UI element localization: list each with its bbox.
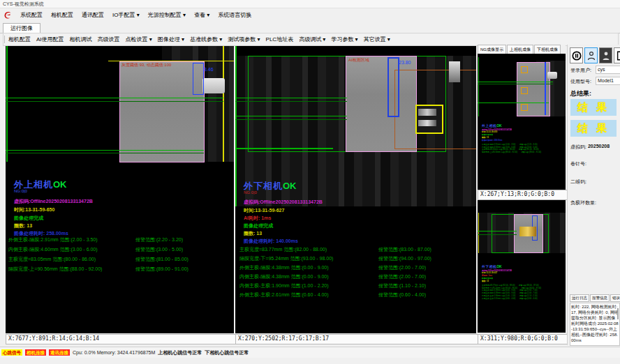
switch-user-button[interactable] bbox=[599, 47, 612, 63]
left-camera-name: 外上相机 bbox=[14, 179, 53, 190]
model-value[interactable]: Model1 bbox=[596, 77, 620, 85]
tab-row: 运行图像 bbox=[0, 22, 620, 33]
middle-camera-view[interactable]: AI检测区域 23.80 外下相机OK NG:0|0 虚拟码:Offline20… bbox=[235, 46, 476, 333]
log-tab-run[interactable]: 运行日志 bbox=[570, 294, 589, 302]
upper-camera-heartbeat-text: 上相机心跳信号正常 bbox=[158, 349, 202, 356]
middle-measure-row: 外侧主极-隔膜:4.38mm 范围:(0.00 - 9.00) bbox=[239, 264, 329, 271]
middle-green-hline-2 bbox=[235, 101, 347, 102]
menu-camera-config[interactable]: 相机配置 bbox=[47, 10, 77, 20]
left-alarm-row: 报警范围:(89.00 - 91.00) bbox=[135, 266, 189, 273]
middle-measure-value: 23.80 bbox=[399, 60, 411, 65]
menu-io-config[interactable]: IO手配置 ▾ bbox=[109, 10, 143, 20]
mini-tab-ng-display[interactable]: NG成像显示 bbox=[478, 45, 506, 54]
middle-green-vline bbox=[235, 46, 237, 206]
tool-advanced-settings[interactable]: 高级设置 bbox=[95, 35, 123, 44]
comm-link-badge: 通讯连接 bbox=[49, 349, 70, 356]
tool-learning-params[interactable]: 学习参数 ▾ bbox=[328, 35, 360, 44]
login-user-button[interactable] bbox=[584, 47, 598, 63]
log-tab-alarm[interactable]: 报警信息 bbox=[590, 294, 610, 302]
tool-camera-debug[interactable]: 相机调试 bbox=[67, 35, 95, 44]
tool-other-settings[interactable]: 其它设置 ▾ bbox=[361, 35, 393, 44]
result-box-lower: 结 果 bbox=[570, 120, 617, 137]
mini-upper-pixel-statusbar: X:267;Y:13;R:0;G:0;B:0 bbox=[478, 190, 568, 200]
mini1-green-hline-1 bbox=[478, 82, 553, 82]
middle-reflection-spot bbox=[449, 61, 460, 82]
mini1-orange-box-1 bbox=[521, 66, 528, 73]
mini-tab-upper-camera[interactable]: 上相机成像 bbox=[507, 45, 533, 54]
mini2-weld-highlight bbox=[519, 227, 536, 236]
middle-measure-row: 主极宽度=83.77mm 范围:(82.00 - 88.00) bbox=[239, 246, 327, 253]
tool-spot-check[interactable]: 点检设置 ▾ bbox=[123, 35, 155, 44]
tool-image-process[interactable]: 图像处理 ▾ bbox=[155, 35, 187, 44]
middle-alarm-row: 报警范围:(1.10 - 2.10) bbox=[378, 282, 426, 289]
tab-run-image[interactable]: 运行图像 bbox=[3, 23, 40, 33]
menu-light-config[interactable]: 光源控制配置 ▾ bbox=[145, 10, 189, 20]
tool-baseline-params[interactable]: 基准线参数 ▾ bbox=[187, 35, 225, 44]
mini-lower-pixel-statusbar: X:311;Y:980;R:0;G:0;B:0 bbox=[478, 334, 568, 344]
middle-measure-row: 内侧主极-隔膜:4.38mm 范围:(0.00 - 9.00) bbox=[239, 273, 329, 280]
left-measure-row: 隔膜宽度-上=90.56mm 范围:(88.00 - 92.00) bbox=[8, 266, 102, 273]
menu-comm-config[interactable]: 通讯配置 bbox=[78, 10, 108, 20]
tool-advanced-debug[interactable]: 高级调试 ▾ bbox=[296, 35, 328, 44]
mini1-ok-status: OK bbox=[496, 123, 501, 128]
app-logo-icon bbox=[3, 10, 13, 20]
middle-barcode-text: 虚拟码:Offline2025020813313472B bbox=[244, 199, 323, 206]
middle-blue-measure-box bbox=[388, 57, 399, 117]
mini2-measure-row: 外侧主极-主极:2.61mm 范围:(0.60 - 4.00) bbox=[482, 297, 515, 300]
mini-tab-row: NG成像显示 上相机成像 下相机成像 bbox=[478, 45, 566, 54]
middle-ng-counter: NG:0|0 bbox=[244, 190, 257, 195]
sidebar-button-row bbox=[570, 47, 620, 63]
middle-weld-highlight-2 bbox=[418, 120, 436, 126]
mini-upper-camera-view[interactable]: 外上相机OK 虚拟码:Offline2025020813313472B 时间:1… bbox=[478, 54, 566, 190]
mini-tab-lower-camera[interactable]: 下相机成像 bbox=[534, 45, 561, 54]
middle-measure-row: 内侧主极-主极:1.90mm 范围:(1.00 - 2.20) bbox=[239, 282, 329, 289]
middle-green-hline-5 bbox=[235, 148, 333, 149]
left-camera-view[interactable]: 灰度阈值:93, 动态阈值:100 3.46 外上相机OK NG:0|0 虚拟码… bbox=[6, 46, 234, 333]
middle-camera-name: 外下相机 bbox=[244, 181, 283, 191]
qr-label: 二维码: bbox=[570, 179, 586, 185]
exit-door-icon bbox=[616, 51, 620, 61]
pause-button[interactable] bbox=[570, 47, 583, 63]
tool-test-params[interactable]: 测试项参数 ▾ bbox=[225, 35, 263, 44]
log-text-area[interactable]: 耗时: 222, 网络检测耗时: 17, 网络分类耗时: 0, 网络提取分区耗时… bbox=[570, 303, 620, 346]
menu-language[interactable]: 系统语言切换 bbox=[214, 10, 255, 20]
middle-green-hline-3 bbox=[235, 116, 347, 116]
log-tab-row: 运行日志 报警信息 错误信息 bbox=[570, 294, 620, 302]
mini1-orange-box-2 bbox=[521, 87, 528, 94]
middle-upper-black bbox=[235, 46, 476, 56]
model-label: 使用型号: bbox=[570, 78, 591, 85]
left-green-hline-4 bbox=[6, 153, 204, 153]
result-box-upper: 结 果 bbox=[570, 99, 617, 116]
ring-count-label: 负极环数量: bbox=[570, 199, 596, 206]
menu-system-config[interactable]: 系统配置 bbox=[17, 10, 46, 20]
menu-view[interactable]: 查看 ▾ bbox=[191, 10, 213, 20]
left-barcode-text: 虚拟码:Offline2025020813313472B bbox=[14, 198, 93, 205]
mini1-connector-part bbox=[547, 72, 557, 79]
tool-camera-config[interactable]: 相机配置 bbox=[6, 35, 34, 44]
left-green-hline-3 bbox=[6, 150, 204, 151]
left-measure-row: 内侧主极-隔膜:4.60mm 范围:(3.00 - 6.00) bbox=[8, 246, 98, 253]
left-ng-counter: NG:0|0 bbox=[14, 189, 27, 193]
mini-lower-camera-view[interactable]: 外下相机OK 虚拟码:Offline2025020813313472B 时间:1… bbox=[478, 200, 566, 333]
user-dark-icon bbox=[602, 51, 610, 61]
login-user-value[interactable]: cys bbox=[596, 66, 620, 74]
mini2-yellow-vline bbox=[478, 213, 479, 253]
vcode-row: 虚拟码: 20250208 bbox=[570, 144, 610, 151]
tool-ai-config[interactable]: AI使用配置 bbox=[34, 35, 67, 44]
middle-weld-highlight-1 bbox=[418, 109, 436, 116]
log-tab-error[interactable]: 错误信息 bbox=[610, 294, 620, 302]
pin-label: 卷针号: bbox=[570, 160, 586, 167]
left-ok-status: OK bbox=[53, 179, 67, 190]
mini1-camera-name: 外上相机 bbox=[482, 123, 496, 128]
cpu-memory-text: Cpu: 0.0% Memory: 3424.41796875M bbox=[73, 350, 155, 355]
mini2-camera-name: 外下相机 bbox=[482, 264, 496, 268]
log-scrollbar[interactable] bbox=[617, 308, 619, 319]
left-alarm-row: 报警范围:(81.00 - 85.00) bbox=[135, 256, 189, 263]
left-done-text: 图像处理完成 bbox=[14, 215, 43, 222]
exit-button[interactable] bbox=[614, 47, 620, 63]
middle-ai-region-label: AI检测区域 bbox=[348, 57, 369, 63]
left-measure-row: 外侧主极-隔膜:2.91mm 范围:(2.00 - 3.50) bbox=[8, 236, 98, 243]
tool-plc-table[interactable]: PLC地址表 bbox=[263, 35, 297, 44]
left-blue-measure-box bbox=[193, 63, 204, 95]
mini2-ok-status: OK bbox=[496, 264, 501, 268]
